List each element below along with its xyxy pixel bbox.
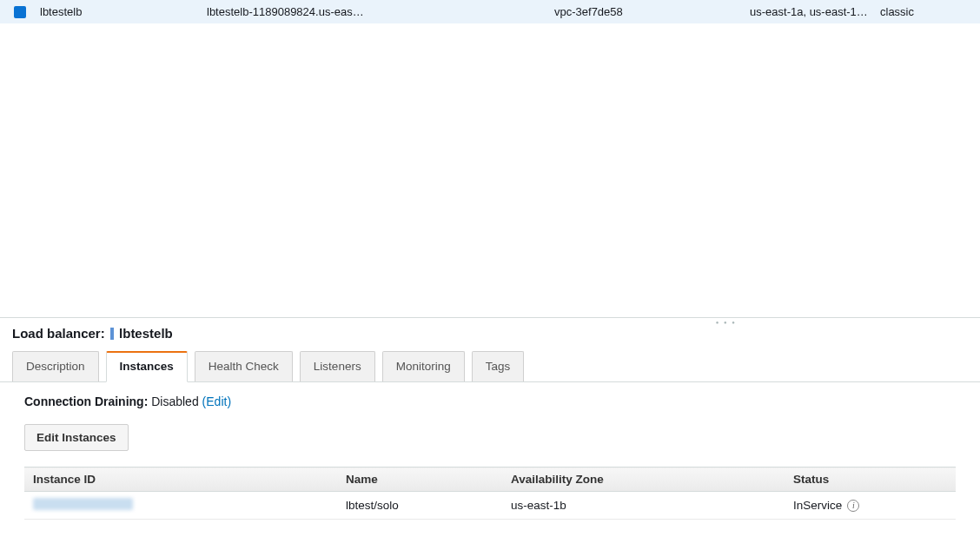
- status-text: InService: [793, 499, 842, 512]
- th-instance-id[interactable]: Instance ID: [24, 467, 337, 492]
- cell-instance-id[interactable]: [24, 492, 337, 520]
- empty-list-area: [0, 23, 980, 317]
- info-icon[interactable]: i: [847, 500, 859, 512]
- lb-dns-cell: lbtestelb-1189089824.us-eas…: [207, 5, 554, 18]
- instances-table: Instance ID Name Availability Zone Statu…: [24, 467, 956, 520]
- redacted-instance-id: [33, 498, 133, 510]
- tab-instances[interactable]: Instances: [106, 351, 188, 382]
- lb-list-row[interactable]: lbtestelb lbtestelb-1189089824.us-eas… v…: [0, 0, 980, 23]
- detail-header: Load balancer: lbtestelb: [0, 318, 980, 351]
- drag-handle-icon: ● ● ●: [716, 320, 737, 325]
- cell-name: lbtest/solo: [337, 492, 502, 520]
- panel-body: Connection Draining: Disabled (Edit) Edi…: [0, 382, 980, 520]
- table-row[interactable]: lbtest/solo us-east-1b InService i: [24, 492, 956, 520]
- conn-drain-value: Disabled: [151, 394, 198, 408]
- lb-type-cell: classic: [880, 5, 950, 18]
- pane-resize-handle[interactable]: ● ● ●: [0, 317, 980, 318]
- cell-zone: us-east-1b: [502, 492, 785, 520]
- cell-status: InService i: [785, 492, 956, 520]
- row-checkbox-wrap[interactable]: [7, 6, 33, 18]
- detail-title-value: lbtestelb: [119, 326, 173, 341]
- tab-listeners[interactable]: Listeners: [300, 351, 375, 381]
- th-name[interactable]: Name: [337, 467, 502, 492]
- lb-name-cell[interactable]: lbtestelb: [33, 5, 207, 18]
- lb-vpc-cell: vpc-3ef7de58: [554, 5, 750, 18]
- detail-title-label: Load balancer:: [12, 326, 105, 341]
- tab-tags[interactable]: Tags: [472, 351, 525, 381]
- connection-draining-row: Connection Draining: Disabled (Edit): [24, 394, 956, 408]
- conn-drain-label: Connection Draining:: [24, 394, 148, 408]
- accent-bar: [110, 328, 114, 340]
- lb-zones-cell: us-east-1a, us-east-1b, …: [750, 5, 880, 18]
- row-checkbox[interactable]: [14, 6, 26, 18]
- conn-drain-edit-link[interactable]: (Edit): [202, 394, 231, 408]
- tab-description[interactable]: Description: [12, 351, 99, 381]
- th-zone[interactable]: Availability Zone: [502, 467, 785, 492]
- th-status[interactable]: Status: [785, 467, 956, 492]
- tab-monitoring[interactable]: Monitoring: [382, 351, 465, 381]
- instances-table-header-row: Instance ID Name Availability Zone Statu…: [24, 467, 956, 492]
- tab-health-check[interactable]: Health Check: [195, 351, 293, 381]
- tabs-bar: Description Instances Health Check Liste…: [0, 351, 980, 382]
- edit-instances-button[interactable]: Edit Instances: [24, 424, 129, 451]
